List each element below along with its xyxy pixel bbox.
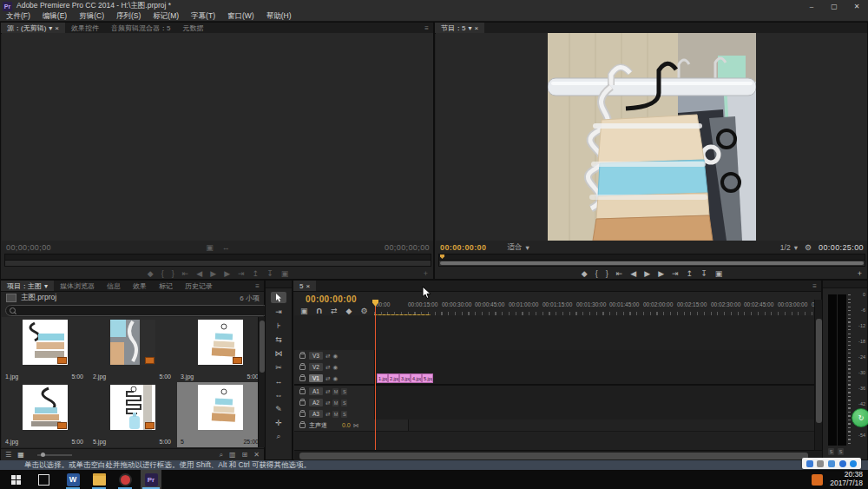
menu-marker[interactable]: 标记(M) <box>147 11 185 22</box>
solo-right-button[interactable]: S <box>838 448 844 455</box>
program-zoom-bar[interactable] <box>438 260 865 267</box>
add-marker-icon[interactable]: ◆ <box>346 307 352 315</box>
menu-title[interactable]: 字幕(T) <box>185 11 221 22</box>
play-icon[interactable]: ▶ <box>210 269 216 278</box>
source-zoom-bar[interactable] <box>4 260 431 267</box>
program-zoom-thumb[interactable] <box>440 261 864 265</box>
settings-wrench-icon[interactable]: ⚙ <box>805 243 812 252</box>
step-back-icon[interactable]: ◀ <box>196 269 202 278</box>
program-monitor-viewer[interactable] <box>436 33 867 241</box>
step-forward-icon[interactable]: ▶ <box>658 269 664 278</box>
mute-button[interactable]: M <box>332 411 339 418</box>
new-item-icon[interactable]: ⊞ <box>242 451 248 459</box>
minimize-button[interactable]: – <box>800 0 823 12</box>
extract-icon[interactable]: ↧ <box>700 269 707 278</box>
tab-markers[interactable]: 标记 <box>153 281 179 291</box>
close-icon[interactable]: × <box>474 24 478 32</box>
taskbar-app-button[interactable] <box>115 470 135 489</box>
track-a1[interactable]: A1 ⇄ M S <box>294 386 822 398</box>
timeline-hscroll-thumb[interactable] <box>299 453 808 459</box>
project-item[interactable]: 3.jpg 5:00 <box>177 317 258 383</box>
pen-tool[interactable]: ✎ <box>271 403 286 414</box>
chevron-down-icon[interactable]: ▾ <box>49 24 52 32</box>
overwrite-icon[interactable]: ↧ <box>266 269 273 278</box>
lock-icon[interactable] <box>299 423 306 428</box>
tab-info[interactable]: 信息 <box>101 281 127 291</box>
solo-button[interactable]: S <box>341 411 347 418</box>
step-back-icon[interactable]: ◀ <box>630 269 636 278</box>
mute-button[interactable]: M <box>332 400 339 406</box>
solo-button[interactable]: S <box>341 400 347 406</box>
add-marker-icon[interactable]: ◆ <box>148 269 154 278</box>
fit-dropdown[interactable]: 适合 ▾ <box>507 242 529 253</box>
panel-menu-icon[interactable]: ≡ <box>808 281 821 291</box>
hand-tool[interactable]: ✛ <box>271 417 286 428</box>
timeline-settings-icon[interactable]: ⚙ <box>360 307 367 315</box>
tab-effect-controls[interactable]: 效果控件 <box>65 23 105 33</box>
track-v1[interactable]: V1 ⇄ ◉ 1.jpg 2.jpg 3.jpg 4.jpg 5.jpg <box>294 373 822 385</box>
icon-view-icon[interactable]: ▦ <box>17 451 24 459</box>
lock-icon[interactable] <box>299 365 306 370</box>
tray-icon[interactable] <box>839 460 846 467</box>
timeline-playhead-line[interactable] <box>375 300 376 450</box>
track-output-eye-icon[interactable]: ◉ <box>332 375 338 382</box>
task-view-button[interactable] <box>33 470 54 489</box>
mark-out-icon[interactable]: } <box>172 269 174 278</box>
nest-toggle-icon[interactable]: ▣ <box>300 307 308 315</box>
sync-lock-icon[interactable]: ⇄ <box>326 388 330 395</box>
sync-lock-icon[interactable]: ⇄ <box>326 375 330 382</box>
project-item-selected[interactable]: 5 25:00 <box>177 382 258 447</box>
timeline-timecode[interactable]: 00:00:00:00 <box>306 294 357 304</box>
go-to-in-icon[interactable]: ⇤ <box>182 269 189 278</box>
track-name-button[interactable]: A2 <box>309 399 323 406</box>
project-item[interactable]: 1.jpg 5:00 <box>2 317 90 383</box>
tab-media-browser[interactable]: 媒体浏览器 <box>54 281 101 291</box>
tab-sequence[interactable]: 5 × <box>293 281 316 291</box>
sync-lock-icon[interactable]: ⇄ <box>326 353 330 360</box>
add-marker-icon[interactable]: ◆ <box>582 269 588 278</box>
lift-icon[interactable]: ↥ <box>687 269 694 278</box>
close-icon[interactable]: × <box>306 282 310 290</box>
keyframe-toggle-icon[interactable]: ⋈ <box>353 422 359 429</box>
list-view-icon[interactable]: ☰ <box>5 451 11 459</box>
close-button[interactable]: ✕ <box>845 0 868 12</box>
tray-icon[interactable] <box>850 460 857 467</box>
sync-lock-icon[interactable]: ⇄ <box>326 364 330 371</box>
sync-lock-icon[interactable]: ⇄ <box>326 411 330 418</box>
solo-button[interactable]: S <box>341 388 347 395</box>
track-name-button[interactable]: V3 <box>309 352 323 360</box>
insert-icon[interactable]: ↥ <box>253 269 260 278</box>
timeline-clip[interactable]: 3.jpg <box>399 373 411 383</box>
go-to-in-icon[interactable]: ⇤ <box>616 269 623 278</box>
track-a2[interactable]: A2 ⇄ M S <box>294 397 822 409</box>
go-to-out-icon[interactable]: ⇥ <box>672 269 679 278</box>
menu-sequence[interactable]: 序列(S) <box>110 11 147 22</box>
start-button[interactable] <box>5 470 26 489</box>
export-frame-icon[interactable]: ▣ <box>715 269 723 278</box>
lock-icon[interactable] <box>299 376 306 381</box>
menu-clip[interactable]: 剪辑(C) <box>73 11 110 22</box>
rate-stretch-tool[interactable]: ⋈ <box>271 347 286 359</box>
track-v3[interactable]: V3 ⇄ ◉ <box>294 350 822 362</box>
slide-tool[interactable]: ⇔ <box>271 389 286 400</box>
timeline-clip[interactable]: 2.jpg <box>388 373 399 383</box>
mark-in-icon[interactable]: { <box>161 269 164 278</box>
lock-icon[interactable] <box>299 354 306 359</box>
program-timecode-current[interactable]: 00:00:00:00 <box>440 243 486 252</box>
slip-tool[interactable]: ↔ <box>271 375 286 387</box>
taskbar-premiere-button[interactable]: Pr <box>141 470 161 489</box>
menu-file[interactable]: 文件(F) <box>0 11 36 22</box>
ripple-edit-tool[interactable]: ⊦ <box>271 320 286 331</box>
tab-audio-clip-mixer[interactable]: 音频剪辑混合器：5 <box>105 23 176 33</box>
timeline-clip[interactable]: 4.jpg <box>411 373 422 383</box>
taskbar-word-button[interactable]: W <box>62 470 83 489</box>
track-v2[interactable]: V2 ⇄ ◉ <box>294 361 822 373</box>
rolling-edit-tool[interactable]: ⇆ <box>271 334 286 345</box>
timeline-clip[interactable]: 1.jpg <box>377 373 388 383</box>
chevron-down-icon[interactable]: ▾ <box>44 282 48 290</box>
tray-ime-icon[interactable] <box>812 474 823 486</box>
clear-icon[interactable]: ✕ <box>253 451 260 459</box>
tab-metadata[interactable]: 元数据 <box>176 23 209 33</box>
find-icon[interactable]: ⌕ <box>220 451 223 459</box>
program-playhead[interactable] <box>440 254 444 259</box>
